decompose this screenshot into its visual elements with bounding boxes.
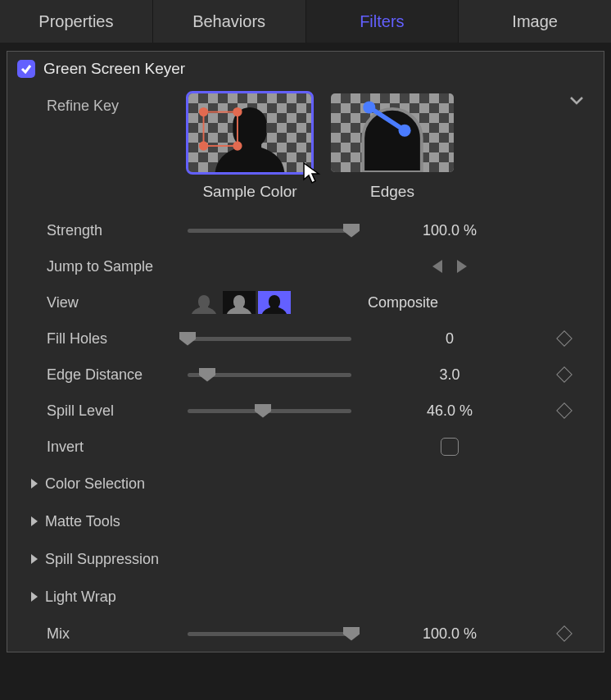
mix-value[interactable]: 100.0 % — [360, 625, 540, 643]
matte-tools-group[interactable]: Matte Tools — [7, 502, 604, 540]
refine-key-label: Refine Key — [47, 91, 186, 115]
disclosure-right-icon[interactable] — [29, 478, 40, 489]
spill-level-value[interactable]: 46.0 % — [360, 402, 540, 420]
next-sample-button[interactable] — [455, 259, 468, 274]
disclosure-right-icon[interactable] — [29, 591, 40, 602]
matte-tools-label: Matte Tools — [45, 513, 120, 530]
tab-image[interactable]: Image — [459, 0, 611, 43]
disclosure-right-icon[interactable] — [29, 553, 40, 565]
color-selection-label: Color Selection — [45, 475, 145, 493]
filter-panel: Green Screen Keyer Refine Key Sample Col — [7, 51, 604, 652]
spill-level-row: Spill Level 46.0 % — [7, 393, 604, 429]
tab-filters[interactable]: Filters — [306, 0, 459, 43]
edge-distance-value[interactable]: 3.0 — [360, 366, 540, 384]
svg-point-7 — [399, 125, 411, 137]
edge-distance-row: Edge Distance 3.0 — [7, 357, 604, 393]
edges-tool[interactable] — [328, 91, 456, 175]
sample-color-tool[interactable] — [186, 91, 314, 175]
edges-label: Edges — [370, 183, 414, 201]
tab-bar: Properties Behaviors Filters Image — [0, 0, 611, 43]
svg-point-3 — [199, 141, 208, 150]
tab-properties[interactable]: Properties — [0, 0, 153, 43]
refine-key-row: Refine Key Sample Color — [7, 86, 604, 212]
keyframe-icon[interactable] — [556, 625, 573, 642]
mix-label: Mix — [47, 625, 188, 643]
filter-title: Green Screen Keyer — [43, 60, 185, 78]
sample-color-label: Sample Color — [202, 183, 296, 201]
view-option-composite[interactable] — [258, 291, 291, 314]
svg-point-1 — [199, 107, 208, 116]
view-option-original[interactable] — [188, 291, 220, 314]
mix-slider[interactable] — [188, 632, 351, 636]
fill-holes-value[interactable]: 0 — [360, 330, 540, 348]
svg-rect-0 — [204, 112, 238, 146]
svg-point-4 — [233, 141, 242, 150]
invert-row: Invert — [7, 429, 604, 465]
jump-to-sample-row: Jump to Sample — [7, 248, 604, 284]
filter-header: Green Screen Keyer — [7, 52, 604, 86]
tab-behaviors[interactable]: Behaviors — [153, 0, 306, 43]
spill-suppression-label: Spill Suppression — [45, 551, 159, 568]
view-row: View Composite — [7, 284, 604, 320]
fill-holes-slider[interactable] — [188, 337, 351, 341]
mix-row: Mix 100.0 % — [7, 616, 604, 652]
spill-level-label: Spill Level — [47, 402, 188, 420]
chevron-down-icon[interactable] — [569, 93, 584, 110]
keyframe-icon[interactable] — [556, 366, 573, 383]
strength-label: Strength — [47, 222, 188, 239]
light-wrap-group[interactable]: Light Wrap — [7, 578, 604, 616]
fill-holes-row: Fill Holes 0 — [7, 320, 604, 357]
disclosure-right-icon[interactable] — [29, 516, 40, 527]
view-label: View — [47, 294, 188, 311]
strength-value[interactable]: 100.0 % — [360, 222, 540, 239]
invert-label: Invert — [47, 439, 188, 456]
edge-distance-label: Edge Distance — [47, 366, 188, 384]
light-wrap-label: Light Wrap — [45, 589, 116, 606]
svg-point-2 — [233, 107, 242, 116]
jump-to-sample-label: Jump to Sample — [47, 258, 188, 275]
strength-row: Strength 100.0 % — [7, 212, 604, 248]
view-value[interactable]: Composite — [360, 294, 540, 311]
spill-suppression-group[interactable]: Spill Suppression — [7, 540, 604, 578]
fill-holes-label: Fill Holes — [47, 330, 188, 348]
keyframe-icon[interactable] — [556, 330, 573, 347]
spill-level-slider[interactable] — [188, 409, 351, 413]
color-selection-group[interactable]: Color Selection — [7, 465, 604, 502]
view-option-matte[interactable] — [223, 291, 256, 314]
edge-distance-slider[interactable] — [188, 373, 351, 377]
invert-checkbox[interactable] — [441, 438, 459, 456]
enable-checkbox[interactable] — [17, 60, 35, 78]
svg-point-6 — [363, 101, 375, 113]
prev-sample-button[interactable] — [431, 259, 444, 274]
keyframe-icon[interactable] — [556, 402, 573, 419]
strength-slider[interactable] — [188, 229, 351, 233]
